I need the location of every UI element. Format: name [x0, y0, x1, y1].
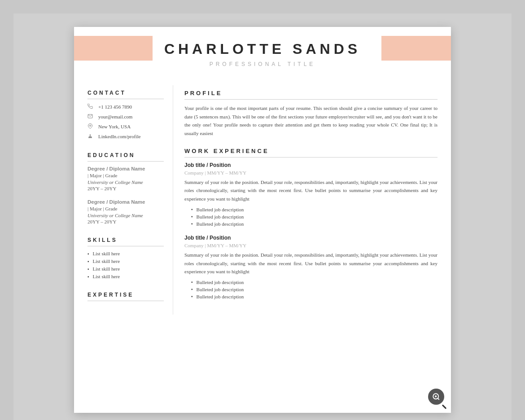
resume-body: CONTACT +1 123 456 7890 [74, 76, 451, 328]
email-icon [88, 114, 95, 120]
job-bullets-1: Bulleted job description Bulleted job de… [184, 207, 438, 227]
job-summary-2: Summary of your role in the position. De… [184, 251, 438, 276]
edu-major-2: | Major | Grade [88, 206, 164, 211]
job-company-2: Company | MM/YY – MM/YY [184, 243, 438, 248]
page-wrapper: CHARLOTTE SANDS PROFESSIONAL TITLE CONTA… [13, 13, 512, 420]
header-name: CHARLOTTE SANDS [164, 41, 361, 57]
header-accent-right [381, 36, 451, 61]
job-bullets-2: Bulleted job description Bulleted job de… [184, 280, 438, 299]
job-company-1: Company | MM/YY – MM/YY [184, 170, 438, 175]
right-column: PROFILE Your profile is one of the most … [173, 85, 451, 315]
job-entry-2: Job title / Position Company | MM/YY – M… [184, 235, 438, 299]
contact-section: CONTACT +1 123 456 7890 [88, 90, 164, 140]
skill-item-2: List skill here [88, 258, 164, 264]
job-bullet-2-3: Bulleted job description [191, 294, 438, 299]
job-summary-1: Summary of your role in the position. De… [184, 178, 438, 203]
education-section: EDUCATION Degree / Diploma Name | Major … [88, 152, 164, 224]
skills-list: List skill here List skill here List ski… [88, 251, 164, 279]
job-entry-1: Job title / Position Company | MM/YY – M… [184, 162, 438, 227]
resume-page: CHARLOTTE SANDS PROFESSIONAL TITLE CONTA… [74, 27, 451, 413]
header-text: CHARLOTTE SANDS PROFESSIONAL TITLE [164, 41, 361, 67]
resume-header: CHARLOTTE SANDS PROFESSIONAL TITLE [74, 27, 451, 76]
edu-year-1: 20YY – 20YY [88, 186, 164, 191]
education-section-title: EDUCATION [88, 152, 164, 162]
edu-year-2: 20YY – 20YY [88, 219, 164, 224]
contact-email: your@email.com [88, 114, 164, 120]
location-text: New York, USA [98, 124, 131, 129]
contact-linkedin: LinkedIn.com/profile [88, 133, 164, 140]
edu-university-2: University or College Name [88, 213, 164, 218]
zoom-button[interactable] [428, 389, 444, 405]
left-column: CONTACT +1 123 456 7890 [74, 85, 173, 315]
expertise-section-title: EXPERTISE [88, 292, 164, 301]
job-title-1: Job title / Position [184, 162, 438, 168]
contact-section-title: CONTACT [88, 90, 164, 99]
job-title-2: Job title / Position [184, 235, 438, 241]
job-bullet-2-2: Bulleted job description [191, 287, 438, 292]
profile-section: PROFILE Your profile is one of the most … [184, 90, 438, 138]
job-bullet-1-2: Bulleted job description [191, 214, 438, 219]
header-title: PROFESSIONAL TITLE [164, 61, 361, 67]
job-bullet-1-1: Bulleted job description [191, 207, 438, 212]
linkedin-text: LinkedIn.com/profile [98, 134, 140, 139]
skill-item-4: List skill here [88, 274, 164, 279]
skills-section: SKILLS List skill here List skill here L… [88, 237, 164, 279]
phone-icon [88, 104, 95, 110]
contact-location: New York, USA [88, 123, 164, 130]
edu-university-1: University or College Name [88, 179, 164, 185]
edu-degree-1: Degree / Diploma Name [88, 166, 164, 171]
edu-major-1: | Major | Grade [88, 173, 164, 178]
work-section-title: WORK EXPERIENCE [184, 148, 438, 158]
profile-text: Your profile is one of the most importan… [184, 104, 438, 138]
skill-item-1: List skill here [88, 251, 164, 256]
work-experience-section: WORK EXPERIENCE Job title / Position Com… [184, 148, 438, 299]
linkedin-icon [88, 133, 95, 140]
education-entry-1: Degree / Diploma Name | Major | Grade Un… [88, 166, 164, 191]
job-bullet-1-3: Bulleted job description [191, 221, 438, 227]
job-bullet-2-1: Bulleted job description [191, 280, 438, 285]
expertise-section: EXPERTISE [88, 292, 164, 301]
svg-line-4 [438, 398, 439, 399]
contact-phone: +1 123 456 7890 [88, 104, 164, 110]
skill-item-3: List skill here [88, 266, 164, 271]
svg-point-2 [90, 135, 91, 136]
header-accent-left [74, 36, 153, 61]
email-text: your@email.com [98, 114, 132, 119]
profile-section-title: PROFILE [184, 90, 438, 100]
education-entry-2: Degree / Diploma Name | Major | Grade Un… [88, 199, 164, 224]
location-icon [88, 123, 95, 130]
edu-degree-2: Degree / Diploma Name [88, 199, 164, 205]
svg-point-1 [90, 125, 91, 127]
skills-section-title: SKILLS [88, 237, 164, 246]
phone-text: +1 123 456 7890 [98, 104, 132, 109]
